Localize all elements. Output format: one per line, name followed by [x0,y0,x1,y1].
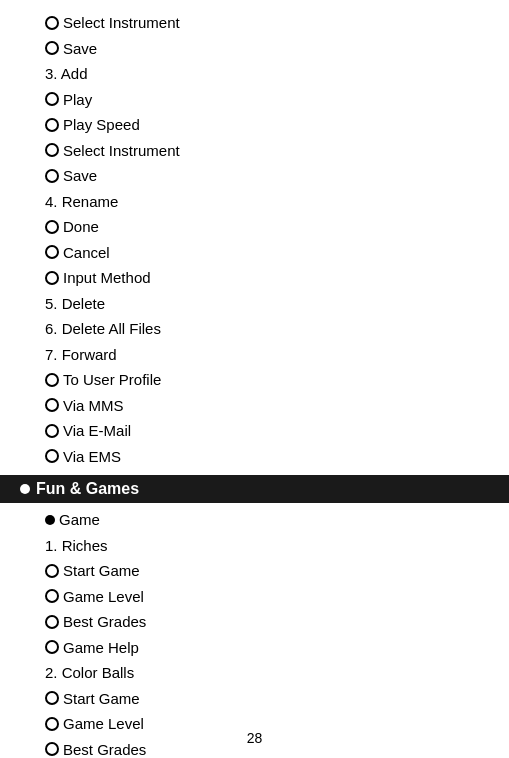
list-item: Via MMS [45,393,509,419]
item-text: Start Game [63,686,140,712]
circle-icon [45,424,59,438]
list-item: Cancel [45,240,509,266]
list-item: Select Instrument [45,10,509,36]
list-item: To User Profile [45,367,509,393]
item-text: 3. Add [45,61,88,87]
item-text: Via EMS [63,444,121,470]
circle-icon [45,92,59,106]
games-list: Game1. RichesStart GameGame LevelBest Gr… [0,507,509,758]
item-text: 4. Rename [45,189,118,215]
item-text: Select Instrument [63,138,180,164]
circle-icon [45,691,59,705]
item-text: 7. Forward [45,342,117,368]
list-item: Save [45,163,509,189]
list-item: 7. Forward [45,342,509,368]
list-item: 2. Color Balls [45,660,509,686]
circle-icon [45,589,59,603]
item-text: Via MMS [63,393,124,419]
circle-icon [45,169,59,183]
item-text: 6. Delete All Files [45,316,161,342]
circle-icon [45,640,59,654]
list-item: 1. Riches [45,533,509,559]
item-text: Done [63,214,99,240]
list-item: Game [45,507,509,533]
list-item: 5. Delete [45,291,509,317]
item-text: Start Game [63,558,140,584]
bullet-dot-icon [45,515,55,525]
item-text: Play [63,87,92,113]
item-text: Save [63,36,97,62]
item-text: Game [59,507,100,533]
list-item: Input Method [45,265,509,291]
list-item: Save [45,36,509,62]
circle-icon [45,220,59,234]
circle-icon [45,398,59,412]
list-item: Game Help [45,635,509,661]
list-item: Via E-Mail [45,418,509,444]
item-text: 2. Color Balls [45,660,134,686]
list-item: Done [45,214,509,240]
item-text: Via E-Mail [63,418,131,444]
item-text: 1. Riches [45,533,108,559]
item-text: Best Grades [63,609,146,635]
list-item: Game Level [45,584,509,610]
circle-icon [45,373,59,387]
list-item: Select Instrument [45,138,509,164]
section-header: Fun & Games [0,475,509,503]
list-item: 6. Delete All Files [45,316,509,342]
list-item: Best Grades [45,609,509,635]
top-list: Select InstrumentSave3. AddPlayPlay Spee… [0,10,509,469]
list-item: Play Speed [45,112,509,138]
circle-icon [45,16,59,30]
list-item: Start Game [45,558,509,584]
item-text: Select Instrument [63,10,180,36]
circle-icon [45,143,59,157]
item-text: Input Method [63,265,151,291]
page-number: 28 [0,730,509,746]
list-item: Play [45,87,509,113]
list-item: Via EMS [45,444,509,470]
section-label: Fun & Games [36,480,139,498]
item-text: Cancel [63,240,110,266]
item-text: To User Profile [63,367,161,393]
circle-icon [45,271,59,285]
item-text: Save [63,163,97,189]
item-text: Game Help [63,635,139,661]
circle-icon [45,449,59,463]
section-dot-icon [20,484,30,494]
circle-icon [45,118,59,132]
list-item: 4. Rename [45,189,509,215]
list-item: Start Game [45,686,509,712]
circle-icon [45,245,59,259]
item-text: Play Speed [63,112,140,138]
list-item: 3. Add [45,61,509,87]
item-text: 5. Delete [45,291,105,317]
circle-icon [45,615,59,629]
circle-icon [45,564,59,578]
circle-icon [45,41,59,55]
item-text: Game Level [63,584,144,610]
page-container: Select InstrumentSave3. AddPlayPlay Spee… [0,0,509,758]
circle-icon [45,717,59,731]
